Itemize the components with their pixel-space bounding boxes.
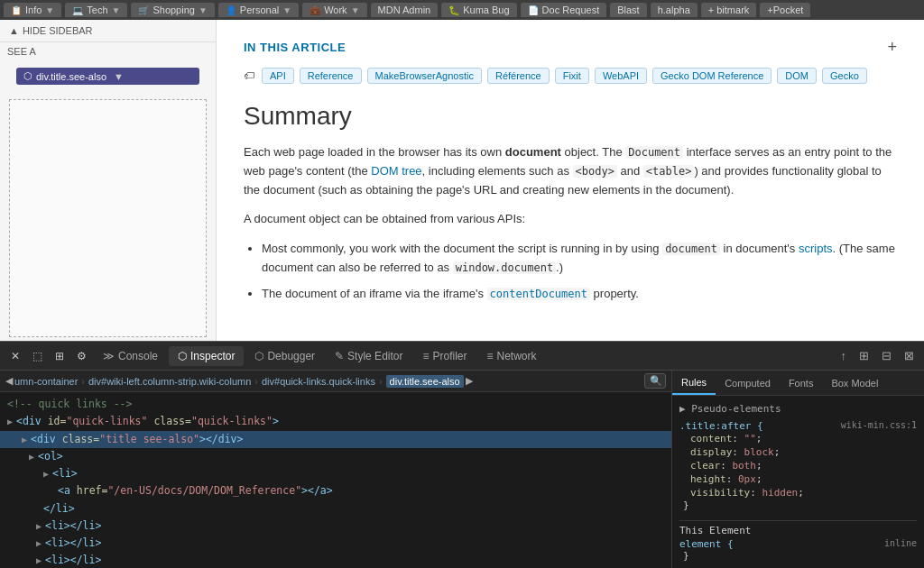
- css-tab-fonts[interactable]: Fonts: [780, 371, 823, 395]
- tab-info[interactable]: 📋 Info ▼: [4, 3, 61, 17]
- dom-toggle-3[interactable]: ▶: [29, 450, 34, 463]
- debugger-label: Debugger: [267, 350, 315, 362]
- tab-kuma-bug[interactable]: 🐛 Kuma Bug: [441, 3, 516, 17]
- devtools-dock-button[interactable]: ⊞: [855, 347, 873, 364]
- dom-line-li-4: ▶ <li></li>: [0, 552, 671, 568]
- tag-make-browser-agnostic[interactable]: MakeBrowserAgnostic: [367, 68, 482, 84]
- dom-toggle-2[interactable]: ▶: [22, 433, 27, 446]
- breadcrumb-arrow-1: ›: [81, 376, 85, 387]
- dom-line-title-selected[interactable]: ▶ <div class="title see-also" ></div>: [0, 431, 671, 448]
- tab-doc-request[interactable]: 📄 Doc Request: [521, 3, 607, 17]
- devtools-tab-style-editor[interactable]: ✎ Style Editor: [326, 346, 411, 366]
- see-also-row: SEE A: [0, 42, 216, 60]
- tab-pocket[interactable]: +Pocket: [760, 3, 810, 17]
- breadcrumb-search-button[interactable]: 🔍: [644, 373, 666, 389]
- network-label: Network: [497, 350, 537, 362]
- tab-personal-dropdown[interactable]: ▼: [282, 5, 291, 15]
- scripts-link[interactable]: scripts: [799, 242, 833, 255]
- tab-tech-dropdown[interactable]: ▼: [112, 5, 121, 15]
- tag-reference-fr[interactable]: Référence: [487, 68, 550, 84]
- tag-api[interactable]: API: [262, 68, 294, 84]
- css-this-element-header: This Element: [679, 520, 917, 538]
- tag-fixit[interactable]: Fixit: [555, 68, 589, 84]
- breadcrumb-item-2[interactable]: div#wiki-left.column-strip.wiki-column: [88, 376, 251, 387]
- article-title: Summary: [244, 102, 897, 131]
- css-tab-computed[interactable]: Computed: [716, 371, 780, 395]
- breadcrumb-nav-right[interactable]: ▶: [466, 375, 473, 387]
- tab-work[interactable]: 💼 Work ▼: [302, 3, 366, 17]
- dom-tree-link[interactable]: DOM tree: [371, 164, 421, 178]
- tag-webapi[interactable]: WebAPI: [595, 68, 647, 84]
- inspector-icon: ⬡: [178, 350, 187, 362]
- tab-dropdown-icon[interactable]: ▼: [45, 5, 54, 15]
- tag-dom[interactable]: DOM: [777, 68, 817, 84]
- dom-toggle-4[interactable]: ▶: [43, 467, 49, 481]
- tab-bitmark[interactable]: + bitmark: [701, 3, 757, 17]
- css-selector-element: element {: [679, 538, 734, 550]
- devtools-tab-inspector[interactable]: ⬡ Inspector: [169, 346, 244, 366]
- dom-toggle-6[interactable]: ▶: [36, 536, 42, 550]
- tag-close-button[interactable]: ▼: [114, 71, 124, 82]
- devtools-tab-console[interactable]: ≫ Console: [94, 346, 167, 366]
- dom-line-ol-open: ▶ <ol>: [0, 448, 671, 465]
- breadcrumb-item-active[interactable]: div.title.see-also: [386, 375, 464, 388]
- css-pseudo-elements-header: ▶ Pseudo-elements: [679, 401, 917, 417]
- tab-personal[interactable]: 👤 Personal ▼: [218, 3, 299, 17]
- article-expand-button[interactable]: +: [887, 38, 897, 57]
- tab-shopping-icon: 🛒: [138, 5, 149, 15]
- devtools-close-button[interactable]: ✕: [5, 347, 25, 365]
- tab-shopping[interactable]: 🛒 Shopping ▼: [131, 3, 214, 17]
- devtools-undock-button[interactable]: ⬚: [27, 347, 48, 365]
- tag-gecko[interactable]: Gecko: [822, 68, 867, 84]
- console-label: Console: [118, 350, 158, 362]
- devtools-settings-button[interactable]: ⚙: [71, 347, 92, 365]
- devtools-tab-profiler[interactable]: ≡ Profiler: [413, 346, 476, 366]
- article-list: Most commonly, you work with the documen…: [262, 240, 897, 303]
- breadcrumb-item-3[interactable]: div#quick-links.quick-links: [262, 376, 375, 387]
- devtools-responsive-button[interactable]: ⊟: [877, 347, 896, 364]
- devtools-upload-button[interactable]: ↑: [836, 347, 852, 364]
- css-tab-rules[interactable]: Rules: [672, 371, 716, 395]
- tab-blast[interactable]: Blast: [610, 3, 646, 17]
- style-editor-label: Style Editor: [347, 350, 402, 362]
- tags-row: 🏷 API Reference MakeBrowserAgnostic Réfé…: [244, 68, 897, 84]
- devtools-split-button[interactable]: ⊞: [50, 347, 69, 365]
- breadcrumb-item-1[interactable]: umn-container: [14, 376, 78, 387]
- profiler-label: Profiler: [432, 350, 467, 362]
- devtools-tab-network[interactable]: ≡ Network: [478, 346, 546, 366]
- css-content[interactable]: ▶ Pseudo-elements .title:after { wiki-mi…: [672, 396, 924, 568]
- dom-toggle-1[interactable]: ▶: [7, 415, 13, 428]
- article-content: IN THIS ARTICLE + 🏷 API Reference MakeBr…: [217, 20, 924, 341]
- debugger-icon: ⬡: [254, 350, 263, 362]
- tab-halpha[interactable]: h.alpha: [651, 3, 698, 17]
- tag-reference[interactable]: Reference: [300, 68, 362, 84]
- sidebar-header[interactable]: ▲ HIDE SIDEBAR: [0, 20, 216, 42]
- tab-mdn-admin[interactable]: MDN Admin: [371, 3, 439, 17]
- devtools-fullscreen-button[interactable]: ⊠: [900, 347, 919, 364]
- tag-gecko-dom-reference[interactable]: Gecko DOM Reference: [652, 68, 772, 84]
- dom-panel: ◀ umn-container › div#wiki-left.column-s…: [0, 371, 671, 568]
- css-prop-content: content: "";: [679, 432, 917, 445]
- devtools-tab-debugger[interactable]: ⬡ Debugger: [245, 346, 324, 366]
- tab-tech[interactable]: 💻 Tech ▼: [65, 3, 127, 17]
- dom-code-view[interactable]: <!-- quick links --> ▶ <div id="quick-li…: [0, 392, 671, 568]
- css-prop-display: display: block;: [679, 445, 917, 459]
- content-document-link[interactable]: contentDocument: [487, 287, 590, 300]
- dom-toggle-5[interactable]: ▶: [36, 519, 42, 533]
- tab-tech-icon: 💻: [72, 5, 83, 15]
- css-selector-title-after: .title:after {: [679, 420, 763, 432]
- devtools-toolbar: ✕ ⬚ ⊞ ⚙ ≫ Console ⬡ Inspector ⬡ Debugger…: [0, 342, 924, 371]
- css-tab-box-model[interactable]: Box Model: [822, 371, 887, 395]
- breadcrumb-bar: ◀ umn-container › div#wiki-left.column-s…: [0, 371, 671, 392]
- tab-work-dropdown[interactable]: ▼: [351, 5, 360, 15]
- css-panel-tabs: Rules Computed Fonts Box Model: [672, 371, 924, 396]
- devtools-main-panel: ◀ umn-container › div#wiki-left.column-s…: [0, 371, 924, 568]
- dom-line-li-3: ▶ <li></li>: [0, 535, 671, 552]
- dom-toggle-7[interactable]: ▶: [36, 554, 42, 567]
- tab-shopping-dropdown[interactable]: ▼: [199, 5, 208, 15]
- list-item-1: Most commonly, you work with the documen…: [262, 240, 897, 278]
- see-also-tag[interactable]: ⬡ div.title.see-also ▼: [16, 68, 199, 85]
- breadcrumb-nav-left[interactable]: ◀: [5, 375, 13, 387]
- css-filename-inline[interactable]: inline: [884, 538, 917, 550]
- css-filename-1[interactable]: wiki-min.css:1: [841, 420, 917, 432]
